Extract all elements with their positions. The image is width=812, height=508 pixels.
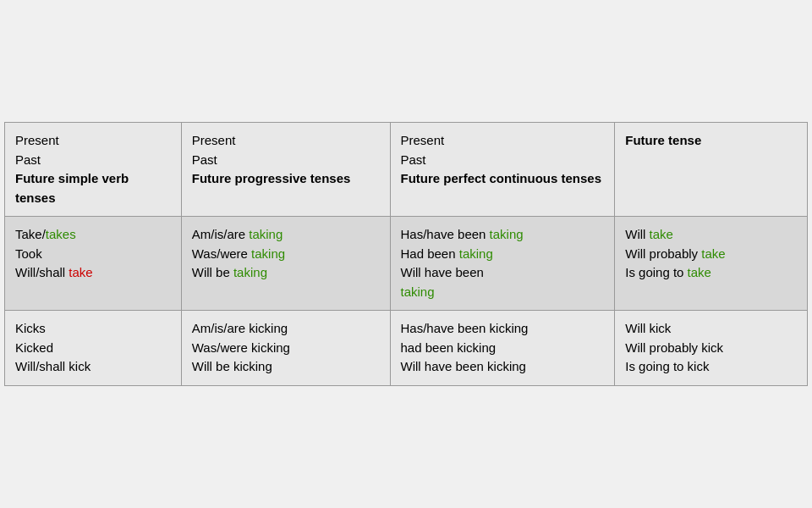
header-1-line1: Present	[15, 133, 59, 147]
row1-col3: Has/have been taking Had been taking Wil…	[390, 217, 615, 311]
row1-col2-text3: Will be	[192, 265, 233, 279]
header-cell-3: Present Past Future perfect continuous t…	[390, 123, 615, 217]
header-4-line3: Future tense	[625, 133, 701, 147]
row1-col1-red1: take	[69, 265, 92, 279]
row2-col4-line2: Will probably kick	[625, 340, 723, 355]
row1-col1-plain2: Took	[15, 246, 42, 261]
header-1-line2: Past	[15, 152, 41, 167]
row1-col1-plain1: Take/	[15, 227, 46, 241]
row2-col1-line2: Kicked	[15, 340, 53, 355]
row2-col2-line1: Am/is/are kicking	[192, 321, 288, 335]
row2-col3-line2: had been kicking	[401, 340, 497, 355]
row2-col2-line3: Will be kicking	[192, 359, 272, 373]
grammar-table: Present Past Future simple verb tenses P…	[4, 122, 808, 386]
row2-col4-line1: Will kick	[625, 321, 671, 335]
data-row-2: Kicks Kicked Will/shall kick Am/is/are k…	[5, 311, 808, 386]
row1-col2-green2: taking	[251, 246, 285, 261]
row2-col3: Has/have been kicking had been kicking W…	[390, 311, 615, 386]
row2-col1-line3: Will/shall kick	[15, 359, 91, 373]
row1-col2-green3: taking	[233, 265, 267, 279]
row1-col1: Take/takes Took Will/shall take	[5, 217, 182, 311]
header-2-line2: Past	[192, 152, 217, 167]
row1-col4-green2: take	[701, 246, 725, 261]
header-2-line1: Present	[192, 133, 236, 147]
row2-col3-line1: Has/have been kicking	[401, 321, 529, 335]
row2-col4: Will kick Will probably kick Is going to…	[615, 311, 808, 386]
header-3-line3: Future perfect continuous tenses	[401, 171, 602, 185]
row2-col3-line3: Will have been kicking	[401, 359, 526, 373]
row1-col4-text2: Will probably	[625, 246, 701, 261]
row1-col2: Am/is/are taking Was/were taking Will be…	[181, 217, 390, 311]
row1-col1-green1: takes	[46, 227, 76, 241]
row2-col1: Kicks Kicked Will/shall kick	[5, 311, 182, 386]
data-row-1: Take/takes Took Will/shall take Am/is/ar…	[5, 217, 808, 311]
row2-col4-line3: Is going to kick	[625, 359, 709, 373]
header-cell-1: Present Past Future simple verb tenses	[5, 123, 182, 217]
header-cell-2: Present Past Future progressive tenses	[181, 123, 390, 217]
row1-col3-text1: Has/have been	[401, 227, 490, 241]
row2-col2-line2: Was/were kicking	[192, 340, 290, 355]
header-cell-4: Future tense	[615, 123, 808, 217]
row2-col2: Am/is/are kicking Was/were kicking Will …	[181, 311, 390, 386]
header-row: Present Past Future simple verb tenses P…	[5, 123, 808, 217]
row1-col4-text1: Will	[625, 227, 649, 241]
row1-col4: Will take Will probably take Is going to…	[615, 217, 808, 311]
row1-col2-text1: Am/is/are	[192, 227, 250, 241]
header-3-line2: Past	[401, 152, 426, 167]
header-2-line3: Future progressive tenses	[192, 171, 351, 185]
row1-col4-text3: Is going to	[625, 265, 687, 279]
row1-col3-green2: taking	[459, 246, 493, 261]
row1-col2-green1: taking	[249, 227, 283, 241]
row1-col2-text2: Was/were	[192, 246, 251, 261]
row1-col3-text3: Will have been	[401, 265, 484, 279]
row1-col4-green3: take	[688, 265, 711, 279]
row1-col3-text2: Had been	[401, 246, 459, 261]
row1-col4-green1: take	[650, 227, 673, 241]
row2-col1-line1: Kicks	[15, 321, 46, 335]
row1-col3-green3: taking	[401, 284, 435, 299]
header-3-line1: Present	[401, 133, 445, 147]
row1-col3-green1: taking	[490, 227, 524, 241]
header-1-line3: Future simple verb tenses	[15, 171, 129, 205]
row1-col1-plain3: Will/shall	[15, 265, 69, 279]
